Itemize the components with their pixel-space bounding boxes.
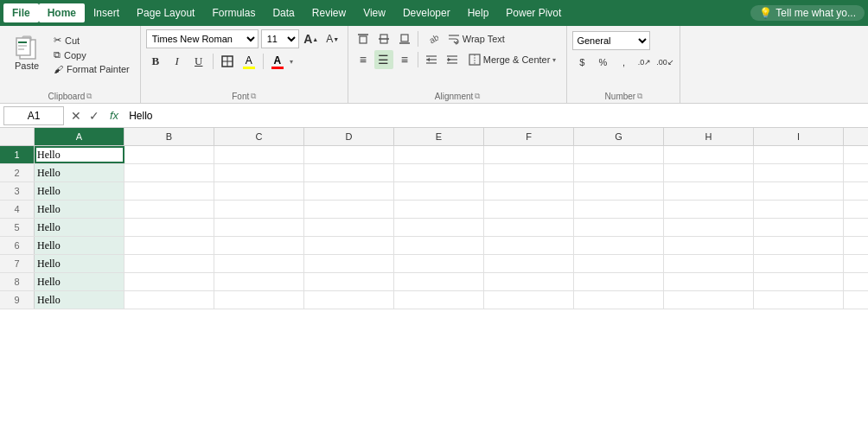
cell-h4[interactable] [664,201,754,218]
increase-font-size-button[interactable]: A▲ [302,29,321,48]
alignment-expand-icon[interactable]: ⧉ [475,92,480,101]
cell-c3[interactable] [214,182,304,200]
cell-b2[interactable] [124,164,214,181]
cell-c4[interactable] [214,201,304,218]
row-num-4[interactable]: 4 [0,201,35,218]
cell-c2[interactable] [214,164,304,181]
cell-g7[interactable] [574,255,664,272]
cell-c1[interactable] [214,146,304,163]
col-header-a[interactable]: A [35,128,124,145]
font-face-select[interactable]: Times New Roman [146,29,258,48]
align-middle-button[interactable] [374,29,393,48]
cut-button[interactable]: ✂ Cut [50,33,133,48]
align-bottom-button[interactable] [395,29,414,48]
menu-view[interactable]: View [354,3,394,22]
wrap-text-button[interactable]: Wrap Text [443,31,510,47]
number-expand-icon[interactable]: ⧉ [637,92,642,101]
menu-page-layout[interactable]: Page Layout [128,3,203,22]
col-header-d[interactable]: D [304,128,394,145]
font-expand-icon[interactable]: ⧉ [251,92,256,101]
cell-a7[interactable]: Hello [35,255,124,272]
cell-i6[interactable] [754,237,844,254]
increase-indent-button[interactable] [443,50,462,69]
row-num-5[interactable]: 5 [0,219,35,236]
menu-data[interactable]: Data [264,3,303,22]
copy-button[interactable]: ⧉ Copy [50,48,133,62]
clipboard-expand-icon[interactable]: ⧉ [86,92,92,101]
accounting-format-button[interactable]: $ [572,53,591,72]
cancel-formula-button[interactable]: ✕ [67,107,85,124]
merge-center-dropdown[interactable]: ▾ [552,56,556,64]
cell-c5[interactable] [214,219,304,236]
comma-button[interactable]: , [614,53,633,72]
cell-d9[interactable] [304,291,394,309]
col-header-c[interactable]: C [214,128,304,145]
align-right-button[interactable]: ≡ [395,50,414,69]
cell-a1[interactable]: Hello [35,146,124,163]
cell-a5[interactable]: Hello [35,219,124,236]
col-header-b[interactable]: B [124,128,214,145]
cell-e7[interactable] [394,255,484,272]
cell-a8[interactable]: Hello [35,273,124,290]
cell-h1[interactable] [664,146,754,163]
menu-home[interactable]: Home [39,3,85,22]
cell-c9[interactable] [214,291,304,309]
cell-i9[interactable] [754,291,844,309]
cell-i8[interactable] [754,273,844,290]
menu-help[interactable]: Help [459,3,498,22]
decrease-font-size-button[interactable]: A▼ [323,29,342,48]
cell-b6[interactable] [124,237,214,254]
number-format-select[interactable]: General [572,31,650,50]
menu-power-pivot[interactable]: Power Pivot [497,3,570,22]
cell-b9[interactable] [124,291,214,309]
increase-decimal-button[interactable]: .00↙ [655,53,674,72]
cell-f5[interactable] [484,219,574,236]
cell-a3[interactable]: Hello [35,182,124,200]
cell-d7[interactable] [304,255,394,272]
cell-i3[interactable] [754,182,844,200]
underline-button[interactable]: U [189,52,208,71]
cell-f4[interactable] [484,201,574,218]
cell-e5[interactable] [394,219,484,236]
cell-d2[interactable] [304,164,394,181]
cell-h5[interactable] [664,219,754,236]
row-num-9[interactable]: 9 [0,291,35,309]
formula-input[interactable]: Hello [125,110,865,122]
cell-e6[interactable] [394,237,484,254]
decrease-decimal-button[interactable]: .0↗ [635,53,654,72]
cell-g6[interactable] [574,237,664,254]
cell-b8[interactable] [124,273,214,290]
cell-h9[interactable] [664,291,754,309]
cell-g4[interactable] [574,201,664,218]
cell-h8[interactable] [664,273,754,290]
cell-b3[interactable] [124,182,214,200]
cell-d8[interactable] [304,273,394,290]
row-num-7[interactable]: 7 [0,255,35,272]
cell-f3[interactable] [484,182,574,200]
font-color-button[interactable]: A [268,52,287,71]
percent-button[interactable]: % [593,53,612,72]
cell-d1[interactable] [304,146,394,163]
cell-i4[interactable] [754,201,844,218]
cell-g3[interactable] [574,182,664,200]
menu-file[interactable]: File [3,3,39,22]
align-top-button[interactable] [354,29,373,48]
font-color-dropdown[interactable]: ▾ [290,58,293,66]
cell-a9[interactable]: Hello [35,291,124,309]
font-size-select[interactable]: 11 [261,29,299,48]
cell-d3[interactable] [304,182,394,200]
align-center-button[interactable]: ☰ [374,50,393,69]
cell-c6[interactable] [214,237,304,254]
cell-i1[interactable] [754,146,844,163]
cell-g8[interactable] [574,273,664,290]
menu-review[interactable]: Review [303,3,354,22]
cell-f7[interactable] [484,255,574,272]
confirm-formula-button[interactable]: ✓ [86,107,103,124]
cell-d6[interactable] [304,237,394,254]
cell-a4[interactable]: Hello [35,201,124,218]
cell-g2[interactable] [574,164,664,181]
cell-h2[interactable] [664,164,754,181]
cell-h3[interactable] [664,182,754,200]
col-header-g[interactable]: G [574,128,664,145]
menu-insert[interactable]: Insert [85,3,128,22]
